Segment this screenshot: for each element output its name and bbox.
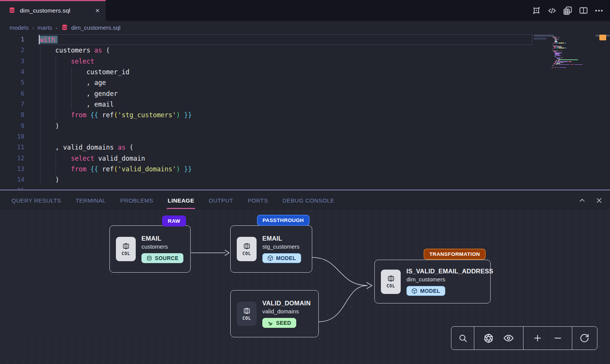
indent-guide: [40, 45, 40, 185]
indent-guide: [71, 67, 72, 110]
node-table-name: valid_domains: [262, 308, 311, 315]
code-line: 6 , gender: [0, 88, 610, 99]
column-chip: COL: [116, 237, 136, 261]
lineage-node-stg_customers[interactable]: PASSTHROUGH COL EMAIL stg_customers MODE…: [230, 225, 312, 273]
column-chip: COL: [381, 270, 401, 294]
node-column-name: EMAIL: [262, 235, 301, 242]
line-number: 5: [0, 77, 24, 88]
column-chip: COL: [237, 302, 257, 326]
database-icon: [8, 7, 16, 14]
tab-dim-customers[interactable]: dim_customers.sql ×: [0, 0, 106, 21]
panel-actions: [578, 190, 603, 210]
code-line: 10: [0, 131, 610, 142]
line-number: 2: [0, 45, 24, 56]
tab-title: dim_customers.sql: [20, 7, 71, 14]
panel-tab-output[interactable]: OUTPUT: [209, 190, 233, 210]
cube-icon: [411, 288, 417, 294]
panel-tab-terminal[interactable]: TERMINAL: [75, 190, 106, 210]
database-icon: [146, 255, 152, 261]
breadcrumb-segment[interactable]: models: [10, 24, 29, 31]
minus-icon[interactable]: [552, 332, 563, 344]
lineage-node-dim_customers[interactable]: TRANSFORMATION COL IS_VALID_EMAIL_ADDRES…: [374, 260, 491, 303]
node-column-name: IS_VALID_EMAIL_ADDRESS: [406, 268, 493, 275]
bottom-panel-tab-bar: QUERY RESULTSTERMINALPROBLEMSLINEAGEOUTP…: [0, 190, 610, 210]
eye-icon[interactable]: [503, 332, 514, 344]
cube-icon: [267, 255, 273, 261]
code-line: 14 ): [0, 174, 610, 185]
node-table-name: dim_customers: [406, 276, 493, 283]
code-line: 11 , valid_domains as (: [0, 142, 610, 153]
line-number: 6: [0, 88, 24, 99]
columns-icon: [122, 242, 130, 250]
dbt-logo-icon[interactable]: [531, 6, 541, 16]
code-line: 1with: [0, 34, 610, 45]
toolbar-group: [572, 327, 597, 350]
node-column-name: EMAIL: [141, 235, 183, 242]
line-number: 15: [0, 185, 24, 190]
code-line: 5 , age: [0, 77, 610, 88]
overview-ruler-mark: [534, 35, 554, 37]
node-tag: TRANSFORMATION: [424, 249, 486, 260]
columns-icon: [243, 307, 251, 315]
sprout-icon: [267, 320, 273, 326]
overview-ruler-mark: [534, 38, 546, 40]
node-tag: RAW: [162, 216, 186, 227]
aperture-icon[interactable]: [483, 332, 494, 344]
node-tag: PASSTHROUGH: [257, 215, 310, 226]
code-line: 4 customer_id: [0, 67, 610, 77]
line-number: 1: [0, 34, 24, 45]
editor-tab-bar: dim_customers.sql ×: [0, 0, 610, 21]
tab-close-icon[interactable]: ×: [95, 7, 100, 14]
app-window: dim_customers.sql × models›marts›dim_cus…: [0, 0, 610, 364]
node-type-badge: MODEL: [406, 286, 445, 296]
panel-tab-query-results[interactable]: QUERY RESULTS: [11, 190, 61, 210]
line-number: 11: [0, 142, 24, 153]
node-table-name: stg_customers: [262, 243, 301, 250]
refresh-icon[interactable]: [579, 332, 590, 344]
lineage-node-valid_domains[interactable]: COL VALID_DOMAIN valid_domains SEED: [230, 290, 319, 337]
search-icon[interactable]: [457, 332, 469, 344]
indent-guide: [56, 56, 56, 121]
line-number: 13: [0, 164, 24, 174]
close-icon[interactable]: [595, 196, 603, 204]
line-number: 14: [0, 174, 24, 185]
line-number: 9: [0, 121, 24, 131]
columns-icon: [243, 242, 251, 250]
toolbar-group: [523, 327, 572, 350]
node-type-badge: SOURCE: [141, 253, 183, 263]
line-number: 3: [0, 56, 24, 67]
node-type-badge: SEED: [262, 318, 296, 328]
panel-tab-ports[interactable]: PORTS: [247, 190, 268, 210]
line-number: 12: [0, 153, 24, 164]
code-line: 2 customers as (: [0, 45, 610, 56]
code-line: 13 from {{ ref('valid_domains') }}: [0, 164, 610, 174]
line-number: 4: [0, 67, 24, 77]
code-icon[interactable]: [547, 6, 557, 16]
code-line: 7 , email: [0, 99, 610, 110]
more-icon[interactable]: [594, 6, 604, 16]
panel-tab-lineage[interactable]: LINEAGE: [168, 190, 194, 210]
line-number: 8: [0, 110, 24, 120]
code-line: 15: [0, 185, 610, 190]
minimap[interactable]: [551, 36, 593, 188]
plus-icon[interactable]: [532, 332, 543, 344]
code-editor[interactable]: 1with2 customers as (3 select4 customer_…: [0, 34, 610, 190]
copy-table-icon[interactable]: [563, 6, 573, 16]
text-cursor: [39, 35, 40, 44]
column-chip: COL: [237, 237, 257, 261]
chevron-up-icon[interactable]: [578, 196, 586, 204]
breadcrumb-file[interactable]: dim_customers.sql: [61, 24, 120, 31]
tab-bar-actions: [531, 0, 604, 21]
minimap-decoration-marker: [599, 35, 606, 40]
lineage-canvas[interactable]: RAW COL EMAIL customers SOURCE PASSTHROU…: [0, 210, 610, 364]
breadcrumb-segment[interactable]: marts: [37, 24, 52, 31]
code-line: 12 select valid_domain: [0, 153, 610, 164]
split-editor-icon[interactable]: [578, 6, 588, 16]
lineage-node-customers[interactable]: RAW COL EMAIL customers SOURCE: [109, 225, 191, 273]
node-type-badge: MODEL: [262, 253, 301, 263]
breadcrumb: models›marts›dim_customers.sql: [0, 21, 610, 34]
lineage-toolbar: [451, 326, 597, 350]
toolbar-group: [451, 327, 474, 350]
panel-tab-debug-console[interactable]: DEBUG CONSOLE: [283, 190, 334, 210]
panel-tab-problems[interactable]: PROBLEMS: [120, 190, 153, 210]
